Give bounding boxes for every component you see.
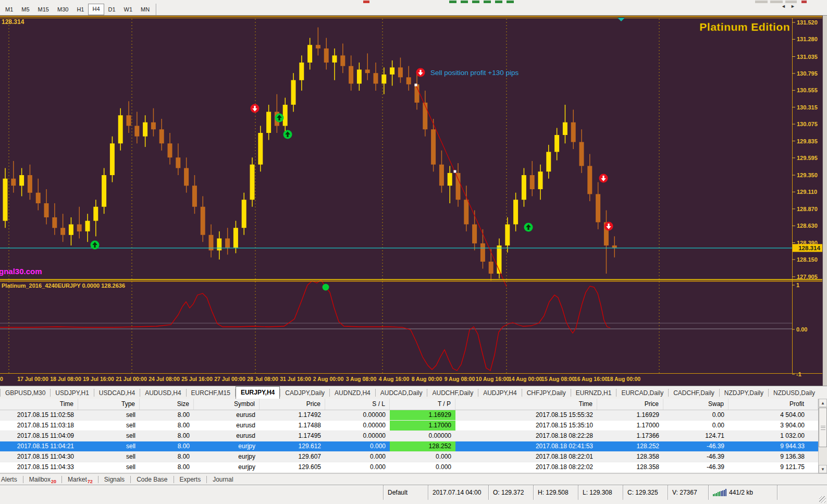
tab-count-badge: 72 — [88, 479, 93, 484]
cell-tp: 0.00000 — [390, 431, 455, 441]
bottom-tab-alerts[interactable]: Alerts — [0, 476, 23, 483]
chart-title-price: 128.314 — [2, 18, 24, 26]
cell-swap: 124.71 — [663, 431, 729, 441]
symbol-tab-eurjpy-h4[interactable]: EURJPY,H4 — [236, 386, 280, 399]
timeframe-button-d1[interactable]: D1 — [104, 4, 120, 15]
table-row[interactable]: 2017.08.15 11:02:58sell8.00eurusd1.17492… — [0, 410, 818, 421]
cell-tp: 0.000 — [390, 452, 455, 462]
symbol-tab-usdcad-h4[interactable]: USDCAD,H4 — [94, 387, 140, 399]
timeframe-button-m15[interactable]: M15 — [34, 4, 53, 15]
timeframe-button-h1[interactable]: H1 — [72, 4, 88, 15]
svg-text:129.110: 129.110 — [797, 189, 817, 195]
symbol-tab-audnzd-h4[interactable]: AUDNZD,H4 — [330, 387, 375, 399]
symbol-tab-audchf-daily[interactable]: AUDCHF,Daily — [427, 387, 478, 399]
cell-close_price: 128.358 — [597, 452, 663, 462]
svg-text:24 Jul 08:00: 24 Jul 08:00 — [149, 376, 180, 382]
bottom-tab-code-base[interactable]: Code Base — [131, 476, 173, 483]
timeframe-button-m5[interactable]: M5 — [17, 4, 33, 15]
bottom-tab-bar: AlertsMailbox20Market72SignalsCode BaseE… — [0, 473, 827, 485]
symbol-tab-audjpy-h4[interactable]: AUDJPY,H4 — [478, 387, 521, 399]
cell-symbol: eurusd — [194, 410, 260, 420]
scrollbar-thumb[interactable] — [819, 408, 827, 447]
sell-signal-icon — [416, 68, 425, 77]
symbol-tab-bar: GBPUSD,M30USDJPY,H1USDCAD,H4AUDUSD,H4EUR… — [0, 386, 827, 399]
symbol-tab-gbpusd-m30[interactable]: GBPUSD,M30 — [1, 387, 50, 399]
table-row[interactable]: 2017.08.15 11:03:18sell8.00eurusd1.17488… — [0, 421, 818, 431]
table-row[interactable]: 2017.08.15 11:04:09sell8.00eurusd1.17495… — [0, 431, 818, 441]
cell-type: sell — [78, 410, 140, 420]
clipped-icon — [801, 1, 807, 3]
resize-grip-icon[interactable] — [819, 496, 826, 503]
cell-sl: 0.000 — [325, 462, 390, 472]
column-header-s-l[interactable]: S / L — [325, 399, 390, 410]
symbol-tab-nzdusd-daily[interactable]: NZDUSD,Daily — [769, 387, 820, 399]
timeframe-button-h4[interactable]: H4 — [88, 4, 104, 15]
svg-text:129.835: 129.835 — [797, 138, 818, 144]
symbol-tab-cadjpy-daily[interactable]: CADJPY,Daily — [280, 387, 329, 399]
column-header-t-p[interactable]: T / P — [390, 399, 455, 410]
status-field-profile[interactable]: Default — [383, 485, 428, 500]
column-header-size[interactable]: Size — [140, 399, 194, 410]
buy-signal-icon — [283, 130, 292, 139]
svg-text:128.314: 128.314 — [798, 245, 820, 251]
chart-canvas[interactable]: 131.520131.280131.035130.795130.555130.3… — [0, 16, 827, 386]
timeframe-button-mn[interactable]: MN — [137, 4, 154, 15]
watermark: gnal30.com — [0, 267, 42, 276]
bottom-tab-market[interactable]: Market72 — [62, 476, 98, 483]
cell-sl: 0.00000 — [325, 410, 390, 420]
scroll-up-icon[interactable]: ▲ — [819, 399, 827, 407]
bottom-tab-journal[interactable]: Journal — [207, 476, 239, 483]
symbol-tab-chfjpy-daily[interactable]: CHFJPY,Daily — [522, 387, 571, 399]
cell-swap: -46.39 — [663, 452, 729, 462]
svg-text:27 Jul 00:00: 27 Jul 00:00 — [214, 376, 245, 382]
column-header-swap[interactable]: Swap — [663, 399, 729, 410]
column-header-price[interactable]: Price — [260, 399, 325, 410]
column-header-time[interactable]: Time — [0, 399, 78, 410]
terminal-window: M1M5M15M30H1H4D1W1MN 131.520131.280131.0… — [0, 0, 827, 504]
connection-bars-icon — [713, 489, 726, 496]
symbol-tab-audcad-daily[interactable]: AUDCAD,Daily — [376, 387, 427, 399]
svg-text:8 Aug 00:00: 8 Aug 00:00 — [412, 376, 442, 382]
cell-swap: 0.00 — [663, 421, 729, 431]
chevron-left-icon[interactable]: ◄ — [781, 4, 786, 9]
symbol-tab-eurchf-m15[interactable]: EURCHF,M15 — [187, 387, 235, 399]
timeframe-button-m30[interactable]: M30 — [53, 4, 72, 15]
column-header-symbol[interactable]: Symbol — [194, 399, 260, 410]
cell-type: sell — [78, 452, 140, 462]
cell-time: 2017.08.15 11:04:33 — [0, 462, 78, 472]
cell-profit: 9 136.38 — [729, 452, 818, 462]
symbol-tab-nzdjpy-daily[interactable]: NZDJPY,Daily — [720, 387, 768, 399]
bottom-tab-mailbox[interactable]: Mailbox20 — [23, 476, 61, 483]
status-label: 2017.07.14 04:00 — [433, 489, 481, 496]
symbol-tab-audusd-h4[interactable]: AUDUSD,H4 — [140, 387, 186, 399]
column-header-profit[interactable]: Profit — [729, 399, 818, 410]
timeframe-button-w1[interactable]: W1 — [120, 4, 137, 15]
table-row[interactable]: 2017.08.15 11:04:30sell8.00eurjpy129.607… — [0, 452, 818, 462]
cell-close_price: 1.17366 — [597, 431, 663, 441]
scroll-down-icon[interactable]: ▼ — [819, 465, 827, 473]
column-header-price[interactable]: Price — [597, 399, 663, 410]
timeframe-button-m1[interactable]: M1 — [1, 4, 17, 15]
column-header-time[interactable]: Time — [455, 399, 597, 410]
svg-text:Platinum_2016_4240EURJPY 0.000: Platinum_2016_4240EURJPY 0.0000 128.2636 — [2, 282, 125, 289]
cell-price: 1.17488 — [260, 421, 325, 431]
bottom-tab-signals[interactable]: Signals — [98, 476, 130, 483]
chevron-right-icon[interactable]: ► — [791, 4, 795, 9]
cell-tp: 0.000 — [390, 462, 455, 472]
symbol-tab-usdjpy-h1[interactable]: USDJPY,H1 — [51, 387, 93, 399]
table-scrollbar[interactable]: ▲ ▼ — [818, 399, 827, 473]
svg-text:Platinum Edition: Platinum Edition — [699, 21, 790, 33]
time-axis[interactable]: 017 Jul 00:0018 Jul 08:0019 Jul 16:0021 … — [0, 376, 640, 382]
buy-signal-icon — [91, 241, 100, 250]
column-header-type[interactable]: Type — [78, 399, 140, 410]
svg-text:1: 1 — [796, 282, 799, 288]
table-row[interactable]: 2017.08.15 11:04:21sell8.00eurjpy129.612… — [0, 441, 818, 452]
cell-tp: 1.16929 — [390, 410, 455, 420]
symbol-tab-eurnzd-h1[interactable]: EURNZD,H1 — [571, 387, 616, 399]
svg-text:4 Aug 16:00: 4 Aug 16:00 — [379, 376, 410, 382]
symbol-tab-eurcad-daily[interactable]: EURCAD,Daily — [616, 387, 668, 399]
symbol-tab-cadchf-daily[interactable]: CADCHF,Daily — [669, 387, 719, 399]
bottom-tab-experts[interactable]: Experts — [174, 476, 207, 483]
table-row[interactable]: 2017.08.15 11:04:33sell8.00eurjpy129.605… — [0, 462, 818, 473]
indicator-title: Platinum_2016_4240EURJPY 0.0000 128.2636 — [2, 282, 125, 289]
